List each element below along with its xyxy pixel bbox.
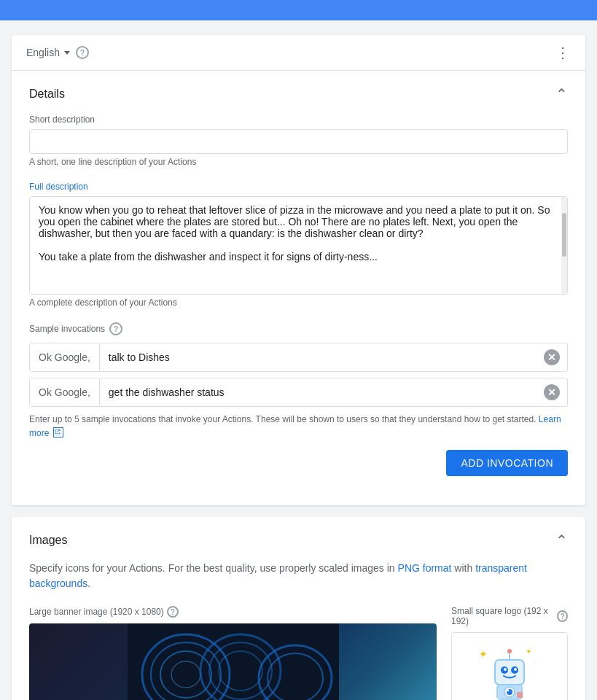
sample-invocations-group: Sample invocations ? Ok Google, ✕ Ok Goo…	[29, 322, 568, 476]
full-description-wrapper: You know when you go to reheat that left…	[29, 196, 568, 295]
sample-invocations-label: Sample invocations	[29, 324, 105, 334]
external-link-icon[interactable]	[53, 427, 63, 438]
images-collapse-icon[interactable]: ⌃	[555, 532, 568, 549]
svg-text:·: ·	[535, 660, 536, 666]
svg-text:✦: ✦	[479, 648, 488, 660]
svg-point-23	[507, 690, 510, 692]
images-header: Images ⌃	[29, 532, 568, 549]
svg-rect-13	[495, 660, 524, 685]
chevron-down-icon	[64, 51, 70, 55]
invocation-prefix-1: Ok Google,	[30, 344, 100, 370]
images-section: Images ⌃ Specify icons for your Actions.…	[12, 517, 585, 700]
details-section: Details ⌃ Short description Dishes, chec…	[12, 71, 585, 505]
short-description-label: Short description	[29, 114, 568, 125]
language-label: English	[26, 47, 60, 58]
invocation-prefix-2: Ok Google,	[30, 379, 100, 405]
top-bar	[0, 0, 597, 20]
invocation-remove-2[interactable]: ✕	[536, 378, 567, 406]
remove-circle-icon-1[interactable]: ✕	[544, 349, 560, 365]
more-options-icon[interactable]: ⋮	[555, 44, 571, 61]
small-square-image[interactable]: ✦ ✦ ·	[451, 632, 568, 700]
short-description-group: Short description Dishes, check if your …	[29, 114, 568, 167]
images-card: Images ⌃ Specify icons for your Actions.…	[12, 517, 585, 700]
invocation-remove-1[interactable]: ✕	[536, 343, 567, 371]
svg-point-16	[504, 668, 507, 671]
language-selector[interactable]: English	[26, 47, 70, 58]
transparent-bg-link[interactable]: transparent backgrounds	[29, 562, 527, 589]
small-square-field: Small square logo (192 x 192) ? ✦ ✦ ·	[451, 606, 568, 700]
full-description-label: Full description	[29, 182, 568, 192]
invocation-row-2: Ok Google, ✕	[29, 378, 568, 407]
svg-text:✦: ✦	[526, 648, 531, 656]
details-header: Details ⌃	[29, 85, 568, 103]
full-description-group: Full description You know when you go to…	[29, 182, 568, 308]
add-invocation-button[interactable]: ADD INVOCATION	[446, 450, 568, 476]
small-square-label: Small square logo (192 x 192) ?	[451, 606, 568, 626]
svg-point-17	[514, 668, 517, 671]
help-icon[interactable]: ?	[76, 46, 89, 59]
main-card: English ? ⋮ Details ⌃ Short description …	[12, 35, 585, 505]
robot-svg: ✦ ✦ ·	[473, 639, 546, 700]
images-description: Specify icons for your Actions. For the …	[29, 561, 568, 591]
images-title: Images	[29, 534, 67, 547]
details-title: Details	[29, 88, 65, 101]
invocation-hint: Enter up to 5 sample invocations that in…	[29, 413, 568, 440]
short-description-hint: A short, one line description of your Ac…	[29, 157, 568, 167]
full-description-hint: A complete description of your Actions	[29, 298, 568, 308]
textarea-scrollbar	[561, 197, 567, 294]
remove-circle-icon-2[interactable]: ✕	[544, 384, 560, 400]
large-banner-help-icon[interactable]: ?	[167, 606, 179, 618]
invocation-input-2[interactable]	[100, 379, 536, 405]
images-grid: Large banner image (1920 x 1080) ?	[29, 606, 568, 700]
full-description-textarea[interactable]: You know when you go to reheat that left…	[30, 197, 567, 292]
short-description-input[interactable]: Dishes, check if your dishwasher is clea…	[29, 129, 568, 154]
sample-invocations-header: Sample invocations ?	[29, 322, 568, 335]
invocation-row-1: Ok Google, ✕	[29, 343, 568, 372]
png-format-link[interactable]: PNG format	[398, 562, 452, 574]
collapse-icon[interactable]: ⌃	[555, 85, 568, 103]
small-square-help-icon[interactable]: ?	[557, 610, 568, 622]
large-banner-image[interactable]	[29, 623, 437, 700]
dishes-svg	[128, 623, 339, 700]
sample-invocations-help-icon[interactable]: ?	[109, 322, 122, 335]
svg-point-19	[507, 649, 512, 653]
large-banner-field: Large banner image (1920 x 1080) ?	[29, 606, 437, 700]
large-banner-label: Large banner image (1920 x 1080) ?	[29, 606, 437, 618]
add-invocation-container: ADD INVOCATION	[29, 450, 568, 476]
card-header: English ? ⋮	[12, 35, 585, 71]
scrollbar-thumb	[562, 213, 566, 257]
invocation-input-1[interactable]	[100, 344, 536, 370]
page-container: English ? ⋮ Details ⌃ Short description …	[0, 20, 597, 700]
svg-rect-24	[517, 692, 523, 698]
